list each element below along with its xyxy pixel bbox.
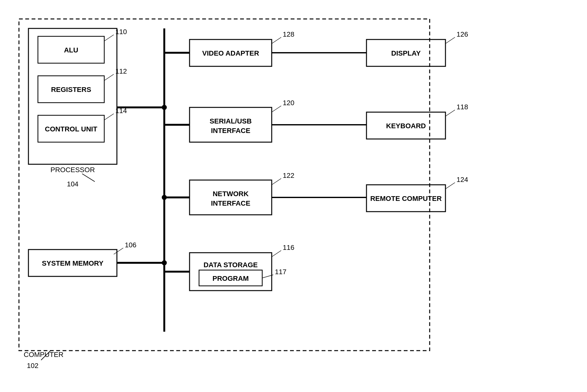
processor-label: PROCESSOR (51, 166, 95, 174)
system-memory-label: SYSTEM MEMORY (42, 259, 104, 267)
network-interface-ref: 122 (283, 172, 294, 179)
network-interface-label2: INTERFACE (211, 199, 251, 207)
keyboard-ref: 118 (457, 103, 468, 111)
registers-label: REGISTERS (51, 86, 91, 93)
display-label: DISPLAY (391, 49, 421, 57)
svg-line-11 (445, 37, 455, 44)
remote-computer-ref: 124 (457, 176, 468, 184)
svg-line-7 (272, 106, 281, 112)
alu-label: ALU (64, 46, 78, 54)
network-interface-label1: NETWORK (213, 190, 249, 198)
program-label: PROGRAM (213, 274, 249, 282)
svg-line-13 (445, 183, 455, 189)
video-adapter-ref: 128 (283, 30, 294, 38)
diagram-container: COMPUTER 102 PROCESSOR 104 ALU 110 REGIS… (9, 9, 578, 383)
data-storage-box (190, 253, 272, 291)
data-storage-label: DATA STORAGE (203, 261, 258, 269)
registers-ref: 112 (115, 67, 127, 75)
svg-line-2 (104, 35, 114, 41)
svg-line-8 (272, 178, 281, 185)
svg-line-1 (82, 174, 95, 182)
program-ref: 117 (275, 268, 287, 276)
svg-line-9 (272, 250, 281, 257)
keyboard-label: KEYBOARD (386, 122, 426, 130)
system-memory-ref: 106 (125, 241, 136, 249)
serial-usb-label2: INTERFACE (211, 127, 251, 135)
svg-line-3 (104, 74, 114, 81)
junction-network (162, 195, 167, 200)
control-unit-label: CONTROL UNIT (45, 125, 97, 133)
display-ref: 126 (457, 30, 468, 38)
svg-line-12 (445, 110, 455, 116)
data-storage-ref: 116 (283, 244, 294, 251)
svg-line-6 (272, 37, 281, 44)
svg-line-4 (104, 114, 114, 120)
video-adapter-label: VIDEO ADAPTER (202, 49, 259, 57)
remote-computer-label: REMOTE COMPUTER (370, 195, 442, 202)
svg-line-5 (114, 248, 123, 254)
processor-ref: 104 (67, 180, 79, 188)
computer-ref: 102 (27, 362, 39, 370)
alu-ref: 110 (115, 28, 127, 36)
junction-processor (162, 105, 167, 110)
serial-usb-label1: SERIAL/USB (209, 117, 251, 125)
serial-usb-ref: 120 (283, 99, 294, 107)
placeholder (164, 263, 190, 272)
